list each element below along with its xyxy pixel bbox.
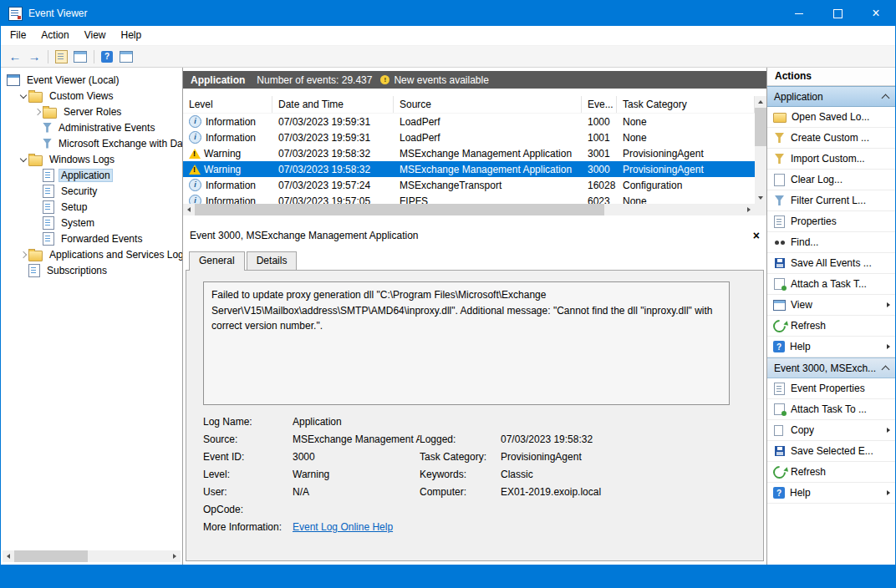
maximize-button[interactable] — [818, 1, 857, 26]
information-icon — [189, 179, 201, 191]
actions-section-application[interactable]: Application — [767, 86, 895, 107]
menu-file[interactable]: File — [3, 26, 33, 45]
action-find[interactable]: Find... — [767, 232, 895, 253]
event-row-selected[interactable]: Warning 07/03/2023 19:58:32 MSExchange M… — [183, 161, 755, 177]
scroll-up-button[interactable] — [755, 96, 766, 108]
action-help[interactable]: Help — [767, 337, 895, 357]
expander-icon[interactable] — [18, 91, 28, 101]
toolbar-separator — [94, 50, 94, 63]
menu-help[interactable]: Help — [114, 26, 150, 45]
event-list-horizontal-scrollbar[interactable] — [183, 204, 755, 215]
action-open-saved-log[interactable]: Open Saved Lo... — [767, 107, 895, 128]
tree-item-forwarded-events[interactable]: Forwarded Events — [1, 231, 182, 246]
tree-item-server-roles[interactable]: Server Roles — [1, 104, 182, 119]
action-import-custom-view[interactable]: Import Custom... — [767, 149, 895, 170]
field-label: Log Name: — [203, 416, 293, 428]
expander-spacer — [18, 266, 28, 276]
back-button[interactable] — [6, 48, 24, 65]
level-cell: Information — [183, 193, 272, 204]
datetime-cell: 07/03/2023 19:57:05 — [272, 193, 394, 204]
tab-details[interactable]: Details — [247, 251, 298, 270]
tree-item-security[interactable]: Security — [1, 183, 182, 199]
event-id-cell: 1000 — [582, 114, 617, 129]
expander-icon[interactable] — [18, 250, 28, 260]
forward-button[interactable] — [25, 48, 43, 65]
close-details-button[interactable] — [753, 230, 760, 241]
event-id-cell: 6023 — [582, 193, 617, 204]
scroll-left-button[interactable] — [3, 550, 14, 562]
event-row[interactable]: Warning 07/03/2023 19:58:32 MSExchange M… — [183, 145, 755, 161]
action-properties[interactable]: Properties — [767, 211, 895, 232]
action-clear-log[interactable]: Clear Log... — [767, 170, 895, 190]
scroll-left-button[interactable] — [183, 204, 195, 215]
tree-item-root[interactable]: Event Viewer (Local) — [1, 72, 182, 88]
export-list-button[interactable] — [52, 48, 70, 65]
expander-icon[interactable] — [33, 107, 43, 117]
scrollbar-thumb[interactable] — [195, 204, 604, 215]
action-attach-task[interactable]: Attach a Task T... — [767, 274, 895, 295]
task-icon — [774, 403, 785, 415]
tree-item-custom-views[interactable]: Custom Views — [1, 88, 182, 104]
tab-general[interactable]: General — [189, 251, 245, 270]
action-create-custom-view[interactable]: Create Custom ... — [767, 128, 895, 149]
tree-item-application[interactable]: Application — [1, 167, 182, 183]
scrollbar-thumb[interactable] — [14, 550, 88, 562]
scroll-right-icon — [173, 554, 176, 559]
tree-item-label: Microsoft Exchange with Da — [56, 137, 183, 150]
tree-horizontal-scrollbar[interactable] — [3, 550, 181, 562]
action-help-event[interactable]: Help — [767, 483, 895, 504]
menu-view[interactable]: View — [77, 26, 114, 45]
action-event-properties[interactable]: Event Properties — [767, 378, 895, 399]
event-row[interactable]: Information 07/03/2023 19:59:31 LoadPerf… — [183, 114, 755, 129]
level-cell: Warning — [183, 145, 272, 161]
action-filter-current-log[interactable]: Filter Current L... — [767, 190, 895, 211]
help-icon — [101, 51, 113, 63]
action-copy[interactable]: Copy — [767, 420, 895, 441]
scroll-right-button[interactable] — [169, 550, 181, 562]
tree-item-setup[interactable]: Setup — [1, 199, 182, 215]
actions-section-event-3000[interactable]: Event 3000, MSExch... — [767, 357, 895, 378]
console-tree-toggle-button[interactable] — [71, 48, 89, 65]
action-refresh-event[interactable]: Refresh — [767, 462, 895, 483]
minimize-button[interactable] — [780, 1, 818, 26]
tree-item-system[interactable]: System — [1, 215, 182, 231]
scroll-down-button[interactable] — [755, 192, 766, 204]
event-row[interactable]: Information 07/03/2023 19:59:31 LoadPerf… — [183, 129, 755, 145]
action-refresh[interactable]: Refresh — [767, 316, 895, 337]
tree-item-label: Event Viewer (Local) — [24, 74, 122, 87]
expander-icon[interactable] — [18, 155, 28, 165]
tree-item-label: Subscriptions — [44, 264, 109, 277]
action-label: Clear Log... — [791, 174, 843, 185]
tree-item-applications-services-logs[interactable]: Applications and Services Logs — [1, 246, 182, 262]
event-list-vertical-scrollbar[interactable] — [755, 96, 766, 204]
menu-action[interactable]: Action — [33, 26, 76, 45]
scroll-up-icon — [758, 100, 763, 104]
field-value: N/A — [293, 486, 420, 498]
column-header-task-category[interactable]: Task Category — [617, 96, 755, 113]
action-view[interactable]: View — [767, 295, 895, 316]
tree-item-microsoft-exchange[interactable]: Microsoft Exchange with Da — [1, 135, 182, 151]
event-row[interactable]: Information 07/03/2023 19:57:24 MSExchan… — [183, 177, 755, 193]
tree-item-subscriptions[interactable]: Subscriptions — [1, 262, 182, 278]
column-header-level[interactable]: Level — [183, 96, 272, 113]
action-pane-toggle-button[interactable] — [117, 48, 135, 65]
column-header-source[interactable]: Source — [394, 96, 582, 113]
event-log-online-help-link[interactable]: Event Log Online Help — [293, 521, 730, 533]
action-save-selected-events[interactable]: Save Selected E... — [767, 441, 895, 462]
scrollbar-thumb[interactable] — [755, 108, 766, 146]
event-message-box[interactable]: Failed to update proxy generation dll "C… — [203, 281, 730, 405]
column-header-datetime[interactable]: Date and Time — [272, 96, 394, 113]
scroll-right-button[interactable] — [743, 204, 755, 215]
source-text: LoadPerf — [400, 116, 440, 128]
tree-item-administrative-events[interactable]: Administrative Events — [1, 119, 182, 135]
tree-item-windows-logs[interactable]: Windows Logs — [1, 151, 182, 167]
close-button[interactable] — [857, 1, 895, 26]
action-save-all-events[interactable]: Save All Events ... — [767, 253, 895, 274]
event-row[interactable]: Information 07/03/2023 19:57:05 FIPFS 60… — [183, 193, 755, 204]
column-header-event-id[interactable]: Eve... — [582, 96, 617, 113]
tree-item-label: Security — [59, 185, 99, 198]
help-button[interactable] — [98, 48, 116, 65]
level-text: Warning — [204, 164, 241, 175]
level-cell: Information — [183, 129, 272, 145]
action-attach-task-to-event[interactable]: Attach Task To ... — [767, 399, 895, 420]
